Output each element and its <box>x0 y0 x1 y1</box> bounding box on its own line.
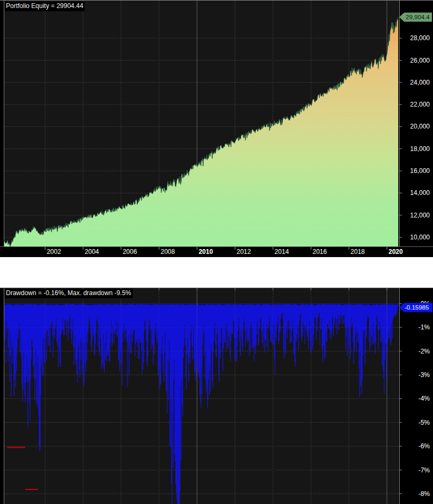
equity-panel: 10,00012,00014,00016,00018,00020,00022,0… <box>0 0 433 257</box>
drawdown-chart[interactable]: 0%-1%-2%-3%-4%-5%-6%-7%-8%-0.15985 <box>0 288 433 504</box>
x-axis-label: 2006 <box>123 248 137 255</box>
equity-x-axis: 2002200420062008201020122014201620182020 <box>45 247 403 255</box>
panel-gap <box>0 257 433 288</box>
y-axis-label: 26,000 <box>410 57 430 64</box>
y-axis-label: 28,000 <box>410 34 430 42</box>
x-axis-label: 2018 <box>350 248 365 255</box>
y-axis-label: 24,000 <box>410 79 430 86</box>
y-axis-label: 12,000 <box>410 212 430 219</box>
y-axis-label: -4% <box>419 395 430 402</box>
y-axis-label: 18,000 <box>410 145 430 153</box>
x-axis-label: 2004 <box>85 248 99 255</box>
y-axis-label: 22,000 <box>410 101 430 108</box>
y-axis-label: -6% <box>419 442 430 450</box>
x-axis-label: 2002 <box>47 248 61 255</box>
x-axis-label: 2008 <box>161 248 175 255</box>
drawdown-y-axis: 0%-1%-2%-3%-4%-5%-6%-7%-8% <box>399 300 430 498</box>
x-axis-label: 2012 <box>237 248 251 255</box>
equity-y-axis: 10,00012,00014,00016,00018,00020,00022,0… <box>399 34 430 241</box>
x-axis-label: 2020 <box>389 248 403 255</box>
y-axis-label: -3% <box>419 371 430 379</box>
equity-last-value-tag: 29,904.4 <box>399 12 432 21</box>
y-axis-label: -7% <box>419 467 430 474</box>
equity-chart-title: Portfolio Equity = 29904.44 <box>5 2 85 11</box>
y-axis-label: -5% <box>419 419 430 426</box>
y-axis-label: -8% <box>419 490 430 498</box>
x-axis-label: 2014 <box>274 248 289 255</box>
y-axis-label: 10,000 <box>410 234 430 241</box>
drawdown-chart-title: Drawdown = -0.16%, Max. drawdown -9.5% <box>5 289 133 298</box>
drawdown-last-value-text: -0.15985 <box>405 304 429 311</box>
drawdown-panel: 0%-1%-2%-3%-4%-5%-6%-7%-8%-0.15985 Drawd… <box>0 288 433 504</box>
equity-last-value-text: 29,904.4 <box>406 14 430 20</box>
y-axis-label: 14,000 <box>410 189 430 197</box>
y-axis-label: 20,000 <box>410 123 430 130</box>
drawdown-last-value-tag: -0.15985 <box>399 303 432 312</box>
x-axis-label: 2010 <box>199 248 213 255</box>
y-axis-label: -2% <box>419 348 430 355</box>
equity-chart[interactable]: 10,00012,00014,00016,00018,00020,00022,0… <box>0 0 433 257</box>
x-axis-label: 2016 <box>312 248 327 255</box>
y-axis-label: -1% <box>419 324 430 331</box>
y-axis-label: 16,000 <box>410 167 430 175</box>
